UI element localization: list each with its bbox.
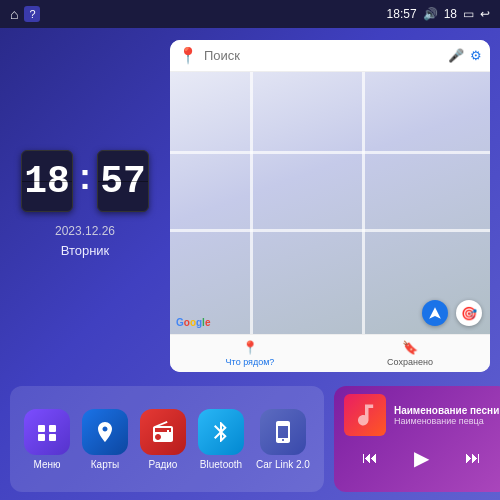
home-icon[interactable]: ⌂ xyxy=(10,6,18,22)
app-label-carlink: Car Link 2.0 xyxy=(256,459,310,470)
music-panel: Наименование песни Наименование певца ⏮ … xyxy=(334,386,500,492)
help-icon[interactable]: ? xyxy=(24,6,40,22)
clock-date: 2023.12.26 Вторник xyxy=(55,222,115,262)
music-top: Наименование песни Наименование певца xyxy=(344,394,499,436)
app-label-maps: Карты xyxy=(91,459,120,470)
map-pin-icon: 📍 xyxy=(178,46,198,65)
status-right: 18:57 🔊 18 ▭ ↩ xyxy=(387,7,490,21)
app-icon-carlink xyxy=(260,409,306,455)
prev-button[interactable]: ⏮ xyxy=(356,447,384,469)
app-label-bluetooth: Bluetooth xyxy=(200,459,242,470)
clock-panel: 18 : 57 2023.12.26 Вторник xyxy=(10,40,160,372)
map-tabs: 📍 Что рядом? 🔖 Сохранено xyxy=(170,334,490,372)
app-icon-maps xyxy=(82,409,128,455)
screen-icon: ▭ xyxy=(463,7,474,21)
map-panel: 📍 🎤 ⚙ Google 🎯 xyxy=(170,40,490,372)
album-art xyxy=(344,394,386,436)
time-display: 18:57 xyxy=(387,7,417,21)
next-button[interactable]: ⏭ xyxy=(459,447,487,469)
app-icon-menu xyxy=(24,409,70,455)
tab-saved-label: Сохранено xyxy=(387,357,433,367)
battery-level: 18 xyxy=(444,7,457,21)
location-button[interactable]: 🎯 xyxy=(456,300,482,326)
map-settings-icon[interactable]: ⚙ xyxy=(470,48,482,63)
app-item-carlink[interactable]: Car Link 2.0 xyxy=(256,409,310,470)
tab-saved[interactable]: 🔖 Сохранено xyxy=(330,335,490,372)
start-nav-button[interactable] xyxy=(422,300,448,326)
map-content: Google 🎯 xyxy=(170,72,490,334)
svg-rect-3 xyxy=(49,434,56,441)
mic-icon[interactable]: 🎤 xyxy=(448,48,464,63)
main-container: 18 : 57 2023.12.26 Вторник 📍 🎤 ⚙ xyxy=(0,28,500,500)
app-item-radio[interactable]: Радио xyxy=(140,409,186,470)
play-button[interactable]: ▶ xyxy=(408,444,435,472)
svg-rect-2 xyxy=(38,434,45,441)
status-bar: ⌂ ? 18:57 🔊 18 ▭ ↩ xyxy=(0,0,500,28)
google-logo: Google xyxy=(176,317,210,328)
clock-hours: 18 xyxy=(21,150,73,212)
clock-minutes: 57 xyxy=(97,150,149,212)
status-left: ⌂ ? xyxy=(10,6,40,22)
clock-colon: : xyxy=(79,156,91,206)
flip-clock: 18 : 57 xyxy=(21,150,149,212)
app-icon-radio xyxy=(140,409,186,455)
app-label-menu: Меню xyxy=(33,459,60,470)
svg-rect-0 xyxy=(38,425,45,432)
tab-nearby-label: Что рядом? xyxy=(226,357,275,367)
app-label-radio: Радио xyxy=(149,459,178,470)
nearby-icon: 📍 xyxy=(242,340,258,355)
app-item-maps[interactable]: Карты xyxy=(82,409,128,470)
music-artist: Наименование певца xyxy=(394,416,499,426)
saved-icon: 🔖 xyxy=(402,340,418,355)
volume-icon: 🔊 xyxy=(423,7,438,21)
music-controls: ⏮ ▶ ⏭ xyxy=(344,444,499,472)
svg-rect-1 xyxy=(49,425,56,432)
top-section: 18 : 57 2023.12.26 Вторник 📍 🎤 ⚙ xyxy=(0,28,500,380)
apps-panel: Меню Карты Радио xyxy=(10,386,324,492)
tab-nearby[interactable]: 📍 Что рядом? xyxy=(170,335,330,372)
clock-day: Вторник xyxy=(55,241,115,262)
app-icon-bluetooth xyxy=(198,409,244,455)
back-icon[interactable]: ↩ xyxy=(480,7,490,21)
app-item-menu[interactable]: Меню xyxy=(24,409,70,470)
music-info: Наименование песни Наименование певца xyxy=(394,405,499,426)
music-title: Наименование песни xyxy=(394,405,499,416)
bottom-section: Меню Карты Радио xyxy=(0,380,500,500)
map-search-bar: 📍 🎤 ⚙ xyxy=(170,40,490,72)
map-search-input[interactable] xyxy=(204,48,442,63)
app-item-bluetooth[interactable]: Bluetooth xyxy=(198,409,244,470)
